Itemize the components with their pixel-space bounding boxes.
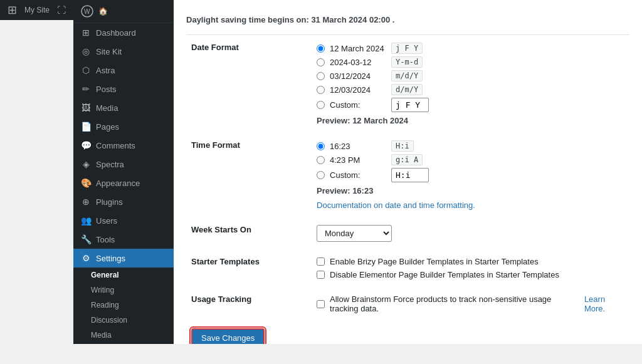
starter-templates-label: Starter Templates: [186, 249, 312, 287]
appearance-icon: 🎨: [81, 178, 91, 188]
sidebar-header: W 🏠: [73, 0, 174, 23]
sidebar-item-plugins[interactable]: ⊕ Plugins: [73, 192, 174, 211]
date-format-label: Date Format: [186, 35, 312, 133]
date-label-custom[interactable]: Custom:: [330, 100, 386, 110]
time-radio-1[interactable]: [317, 142, 325, 150]
week-starts-select[interactable]: Sunday Monday Tuesday Wednesday Thursday…: [317, 225, 392, 242]
tools-icon: 🔧: [81, 234, 91, 244]
sidebar: W 🏠 ⊞ Dashboard ◎ Site Kit ⬡ Astra ✏ Pos…: [73, 0, 174, 344]
sidebar-item-comments[interactable]: 💬 Comments: [73, 136, 174, 155]
week-starts-row: Week Starts On Sunday Monday Tuesday Wed…: [186, 217, 629, 249]
time-code-2: g:i A: [391, 154, 423, 165]
starter-templates-row: Starter Templates Enable Brizy Page Buil…: [186, 249, 629, 287]
usage-tracking-check[interactable]: [317, 300, 325, 308]
time-format-label: Time Format: [186, 133, 312, 217]
submenu-reading[interactable]: Reading: [73, 298, 174, 313]
sidebar-item-appearance[interactable]: 🎨 Appearance: [73, 174, 174, 192]
date-label-2[interactable]: 2024-03-12: [330, 58, 386, 67]
submenu-discussion[interactable]: Discussion: [73, 313, 174, 328]
date-code-1: j F Y: [391, 43, 423, 54]
sidebar-item-pages[interactable]: 📄 Pages: [73, 117, 174, 136]
plugins-icon: ⊕: [81, 197, 91, 207]
date-radio-4[interactable]: [317, 86, 325, 94]
main-content: Daylight saving time begins on: 31 March…: [174, 0, 642, 344]
sidebar-item-media[interactable]: 🖼 Media: [73, 98, 174, 117]
date-custom-input[interactable]: [391, 98, 429, 112]
starter-template-check-1[interactable]: [317, 257, 325, 266]
usage-tracking-field: Allow Brainstorm Force products to track…: [317, 294, 624, 313]
comments-icon: 💬: [81, 140, 91, 150]
time-radio-custom[interactable]: [317, 171, 325, 179]
save-section: Save Changes: [186, 321, 629, 344]
time-option-custom: Custom:: [317, 168, 624, 182]
svg-text:W: W: [84, 8, 90, 15]
date-format-options: 12 March 2024 j F Y 2024-03-12 Y-m-d: [312, 35, 629, 133]
date-option-2: 2024-03-12 Y-m-d: [317, 56, 624, 68]
time-format-radio-group: 16:23 H:i 4:23 PM g:i A: [317, 140, 624, 182]
sitekit-icon: ◎: [81, 46, 91, 56]
time-radio-2[interactable]: [317, 156, 325, 164]
users-icon: 👥: [81, 216, 91, 226]
sidebar-item-sitekit[interactable]: ◎ Site Kit: [73, 42, 174, 61]
dashboard-icon: ⊞: [81, 28, 91, 38]
sidebar-item-users[interactable]: 👥 Users: [73, 211, 174, 230]
date-label-3[interactable]: 03/12/2024: [330, 71, 386, 81]
sidebar-item-posts[interactable]: ✏ Posts: [73, 80, 174, 98]
date-option-4: 12/03/2024 d/m/Y: [317, 84, 624, 95]
sidebar-item-spectra[interactable]: ◈ Spectra: [73, 155, 174, 174]
date-radio-custom[interactable]: [317, 101, 325, 109]
usage-tracking-row: Usage Tracking Allow Brainstorm Force pr…: [186, 287, 629, 321]
date-code-3: m/d/Y: [391, 70, 423, 81]
date-format-row: Date Format 12 March 2024 j F Y: [186, 35, 629, 133]
time-custom-input[interactable]: [391, 168, 429, 182]
time-code-1: H:i: [391, 140, 414, 152]
date-radio-2[interactable]: [317, 58, 325, 66]
adminbar-screen-icon[interactable]: ⛶: [57, 5, 66, 15]
learn-more-link[interactable]: Learn More.: [584, 294, 624, 313]
date-code-4: d/m/Y: [391, 84, 423, 95]
wp-logo-icon[interactable]: ⊞: [8, 3, 17, 17]
submenu-media[interactable]: Media: [73, 328, 174, 343]
starter-template-label-1[interactable]: Enable Brizy Page Builder Templates in S…: [330, 257, 539, 266]
media-icon: 🖼: [81, 103, 91, 113]
submenu-permalinks[interactable]: Permalinks: [73, 343, 174, 344]
settings-content: Daylight saving time begins on: 31 March…: [174, 0, 642, 344]
starter-template-label-2[interactable]: Disable Elementor Page Builder Templates…: [330, 270, 559, 279]
date-option-3: 03/12/2024 m/d/Y: [317, 70, 624, 81]
time-option-2: 4:23 PM g:i A: [317, 154, 624, 165]
sidebar-item-dashboard[interactable]: ⊞ Dashboard: [73, 23, 174, 42]
starter-template-check-2[interactable]: [317, 271, 325, 279]
date-label-1[interactable]: 12 March 2024: [330, 44, 386, 53]
date-option-custom: Custom:: [317, 98, 624, 112]
starter-templates-checkbox-group: Enable Brizy Page Builder Templates in S…: [317, 257, 624, 279]
sidebar-item-settings[interactable]: ⚙ Settings: [73, 249, 174, 268]
time-option-1: 16:23 H:i: [317, 140, 624, 152]
time-label-custom[interactable]: Custom:: [330, 170, 386, 180]
week-starts-label: Week Starts On: [186, 217, 312, 249]
save-changes-button[interactable]: Save Changes: [191, 328, 265, 344]
sidebar-item-tools[interactable]: 🔧 Tools: [73, 230, 174, 249]
settings-table: Date Format 12 March 2024 j F Y: [186, 35, 629, 321]
time-label-1[interactable]: 16:23: [330, 142, 386, 151]
date-radio-1[interactable]: [317, 44, 325, 53]
sidebar-item-astra[interactable]: ⬡ Astra: [73, 61, 174, 80]
week-starts-value: Sunday Monday Tuesday Wednesday Thursday…: [312, 217, 629, 249]
adminbar-home-icon[interactable]: 🏠: [98, 7, 108, 16]
date-format-preview: Preview: 12 March 2024: [317, 116, 624, 125]
time-format-row: Time Format 16:23 H:i 4:23 PM: [186, 133, 629, 217]
usage-tracking-options: Allow Brainstorm Force products to track…: [312, 287, 629, 321]
usage-tracking-text[interactable]: Allow Brainstorm Force products to track…: [330, 294, 579, 313]
starter-template-option-1: Enable Brizy Page Builder Templates in S…: [317, 257, 624, 266]
submenu-general[interactable]: General: [73, 268, 174, 283]
settings-submenu: General Writing Reading Discussion Media…: [73, 268, 174, 344]
date-radio-3[interactable]: [317, 72, 325, 80]
datetime-doc-link[interactable]: Documentation on date and time formattin…: [317, 200, 475, 210]
date-code-2: Y-m-d: [391, 56, 423, 68]
dst-notice: Daylight saving time begins on: 31 March…: [186, 10, 629, 35]
date-option-1: 12 March 2024 j F Y: [317, 43, 624, 54]
time-label-2[interactable]: 4:23 PM: [330, 155, 386, 165]
adminbar-site-name[interactable]: My Site: [24, 6, 50, 14]
date-label-4[interactable]: 12/03/2024: [330, 85, 386, 95]
spectra-icon: ◈: [81, 159, 91, 169]
submenu-writing[interactable]: Writing: [73, 283, 174, 298]
